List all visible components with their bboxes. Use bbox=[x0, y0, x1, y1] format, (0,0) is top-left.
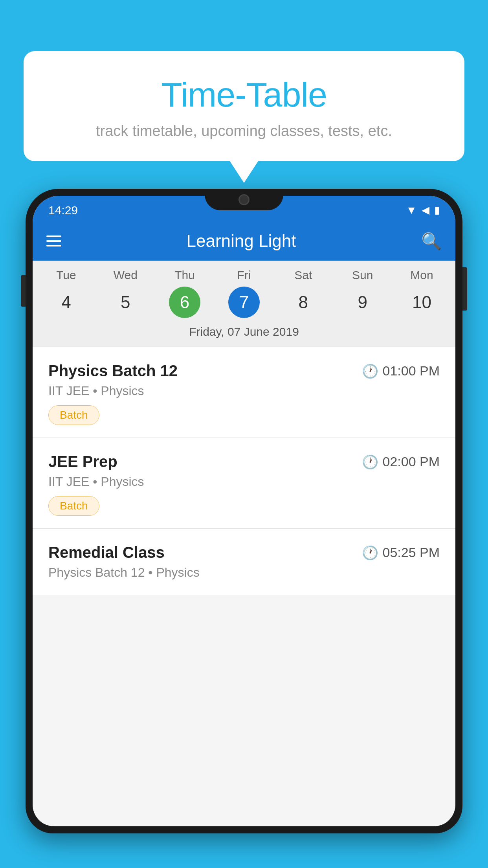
clock-icon: 🕐 bbox=[362, 454, 378, 470]
clock-icon: 🕐 bbox=[362, 363, 378, 379]
day-column-fri[interactable]: Fri7 bbox=[220, 268, 268, 318]
schedule-item[interactable]: Physics Batch 12🕐01:00 PMIIT JEE • Physi… bbox=[33, 347, 455, 438]
schedule-item-header: Physics Batch 12🕐01:00 PM bbox=[48, 362, 440, 380]
schedule-item[interactable]: JEE Prep🕐02:00 PMIIT JEE • PhysicsBatch bbox=[33, 438, 455, 529]
phone-wrapper: 14:29 ▼ ◀ ▮ Learning Light 🔍 bbox=[26, 189, 462, 868]
hamburger-menu-button[interactable] bbox=[46, 235, 61, 246]
day-label: Sat bbox=[294, 268, 312, 282]
clock-icon: 🕐 bbox=[362, 545, 378, 561]
schedule-item[interactable]: Remedial Class🕐05:25 PMPhysics Batch 12 … bbox=[33, 529, 455, 595]
schedule-item-title: Remedial Class bbox=[48, 544, 165, 561]
time-text: 01:00 PM bbox=[382, 363, 440, 379]
wifi-icon: ▼ bbox=[406, 204, 417, 217]
schedule-item-subtitle: Physics Batch 12 • Physics bbox=[48, 565, 440, 580]
time-text: 05:25 PM bbox=[382, 545, 440, 560]
selected-date-label: Friday, 07 June 2019 bbox=[33, 318, 455, 347]
day-number: 8 bbox=[288, 287, 319, 318]
schedule-item-tag: Batch bbox=[48, 405, 99, 425]
day-column-sun[interactable]: Sun9 bbox=[339, 268, 386, 318]
battery-icon: ▮ bbox=[434, 204, 440, 216]
hamburger-line-1 bbox=[46, 235, 61, 237]
schedule-item-title: JEE Prep bbox=[48, 453, 117, 471]
phone-notch bbox=[205, 189, 283, 210]
schedule-item-time: 🕐05:25 PM bbox=[362, 545, 440, 561]
day-label: Sun bbox=[352, 268, 373, 282]
day-number: 10 bbox=[406, 287, 437, 318]
app-bar: Learning Light 🔍 bbox=[33, 221, 455, 261]
day-label: Tue bbox=[56, 268, 76, 282]
status-time: 14:29 bbox=[48, 204, 78, 217]
day-column-thu[interactable]: Thu6 bbox=[161, 268, 208, 318]
schedule-item-title: Physics Batch 12 bbox=[48, 362, 178, 380]
schedule-item-subtitle: IIT JEE • Physics bbox=[48, 384, 440, 398]
speech-bubble-container: Time-Table track timetable, upcoming cla… bbox=[24, 51, 464, 161]
bubble-title: Time-Table bbox=[39, 75, 449, 115]
schedule-item-subtitle: IIT JEE • Physics bbox=[48, 474, 440, 489]
calendar-strip: Tue4Wed5Thu6Fri7Sat8Sun9Mon10 Friday, 07… bbox=[33, 261, 455, 347]
day-number: 6 bbox=[169, 287, 200, 318]
days-row: Tue4Wed5Thu6Fri7Sat8Sun9Mon10 bbox=[33, 268, 455, 318]
day-number: 7 bbox=[228, 287, 260, 318]
day-number: 4 bbox=[50, 287, 82, 318]
day-column-tue[interactable]: Tue4 bbox=[42, 268, 90, 318]
status-icons: ▼ ◀ ▮ bbox=[406, 204, 440, 217]
day-label: Thu bbox=[174, 268, 195, 282]
phone-button-right bbox=[462, 267, 467, 311]
hamburger-line-3 bbox=[46, 245, 61, 246]
schedule-item-tag: Batch bbox=[48, 496, 99, 516]
day-number: 9 bbox=[347, 287, 378, 318]
bubble-subtitle: track timetable, upcoming classes, tests… bbox=[39, 123, 449, 140]
day-label: Wed bbox=[114, 268, 138, 282]
day-label: Fri bbox=[237, 268, 251, 282]
search-icon[interactable]: 🔍 bbox=[421, 232, 442, 251]
phone-screen: 14:29 ▼ ◀ ▮ Learning Light 🔍 bbox=[33, 196, 455, 826]
speech-bubble: Time-Table track timetable, upcoming cla… bbox=[24, 51, 464, 161]
phone-body: 14:29 ▼ ◀ ▮ Learning Light 🔍 bbox=[26, 189, 462, 833]
day-label: Mon bbox=[410, 268, 433, 282]
schedule-item-time: 🕐01:00 PM bbox=[362, 363, 440, 379]
day-column-mon[interactable]: Mon10 bbox=[398, 268, 445, 318]
day-column-sat[interactable]: Sat8 bbox=[280, 268, 327, 318]
day-number: 5 bbox=[110, 287, 141, 318]
schedule-item-time: 🕐02:00 PM bbox=[362, 454, 440, 470]
schedule-list: Physics Batch 12🕐01:00 PMIIT JEE • Physi… bbox=[33, 347, 455, 595]
phone-camera bbox=[238, 194, 250, 205]
phone-button-left bbox=[21, 275, 26, 307]
schedule-item-header: Remedial Class🕐05:25 PM bbox=[48, 544, 440, 561]
day-column-wed[interactable]: Wed5 bbox=[102, 268, 149, 318]
time-text: 02:00 PM bbox=[382, 454, 440, 469]
signal-icon: ◀ bbox=[422, 204, 429, 216]
hamburger-line-2 bbox=[46, 240, 61, 242]
app-bar-title: Learning Light bbox=[73, 231, 409, 251]
schedule-item-header: JEE Prep🕐02:00 PM bbox=[48, 453, 440, 471]
